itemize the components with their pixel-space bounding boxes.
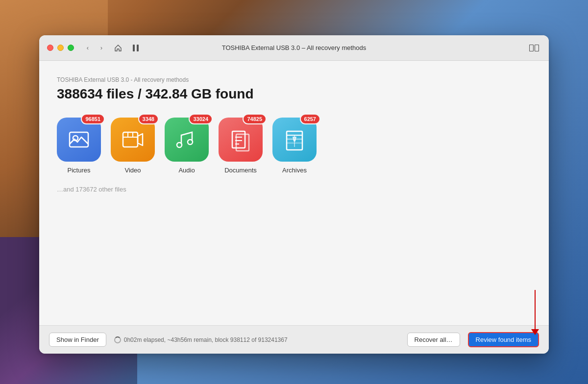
arrow-head — [531, 329, 539, 335]
maximize-button[interactable] — [68, 45, 74, 51]
svg-rect-0 — [133, 45, 135, 51]
video-icon-wrap: 3348 — [111, 118, 155, 162]
forward-button[interactable]: › — [96, 42, 107, 54]
audio-icon-wrap: 33024 — [165, 118, 209, 162]
footer: Show in Finder 0h02m elapsed, ~43h56m re… — [39, 325, 549, 354]
pictures-label: Pictures — [68, 167, 91, 174]
documents-icon-wrap: 74825 — [219, 118, 263, 162]
home-button[interactable] — [111, 41, 125, 55]
status-area: 0h02m elapsed, ~43h56m remain, block 938… — [114, 336, 399, 343]
main-title: 388634 files / 342.84 GB found — [57, 86, 531, 102]
window-title: TOSHIBA External USB 3.0 – All recovery … — [222, 44, 367, 51]
arrow-annotation — [531, 290, 539, 335]
category-archives[interactable]: 6257 Archives — [272, 118, 317, 174]
video-badge: 3348 — [138, 114, 159, 124]
pause-button[interactable] — [129, 41, 143, 55]
video-label: Video — [124, 167, 141, 174]
svg-rect-2 — [530, 45, 534, 51]
spinner-icon — [114, 336, 121, 343]
pictures-badge: 96851 — [81, 114, 105, 124]
titlebar: ‹ › TOSHIBA External USB 3.0 – All recov… — [39, 35, 549, 61]
category-documents[interactable]: 74825 Documents — [219, 118, 263, 174]
svg-rect-1 — [137, 45, 139, 51]
arrow-line — [535, 290, 536, 329]
pictures-icon-wrap: 96851 — [57, 118, 101, 162]
categories-row: 96851 Pictures 3348 — [57, 118, 531, 174]
show-finder-button[interactable]: Show in Finder — [49, 333, 106, 347]
archives-icon-wrap: 6257 — [272, 118, 317, 162]
archives-badge: 6257 — [300, 114, 320, 124]
svg-point-11 — [188, 140, 193, 144]
back-button[interactable]: ‹ — [82, 42, 94, 54]
minimize-button[interactable] — [57, 45, 64, 51]
reader-button[interactable] — [527, 41, 541, 55]
svg-point-10 — [177, 143, 182, 147]
documents-badge: 74825 — [243, 114, 267, 124]
review-button[interactable]: Review found items — [468, 332, 539, 347]
status-text: 0h02m elapsed, ~43h56m remain, block 938… — [124, 336, 288, 343]
category-video[interactable]: 3348 Video — [111, 118, 155, 174]
audio-badge: 33024 — [189, 114, 213, 124]
category-pictures[interactable]: 96851 Pictures — [57, 118, 101, 174]
other-files-text: …and 173672 other files — [57, 186, 531, 193]
nav-buttons: ‹ › — [82, 42, 107, 54]
documents-label: Documents — [224, 167, 257, 174]
archives-label: Archives — [282, 167, 307, 174]
svg-rect-3 — [535, 45, 539, 51]
audio-label: Audio — [178, 167, 195, 174]
content-area: TOSHIBA External USB 3.0 - All recovery … — [39, 61, 549, 325]
breadcrumb: TOSHIBA External USB 3.0 - All recovery … — [57, 76, 531, 83]
close-button[interactable] — [47, 45, 53, 51]
traffic-lights — [47, 45, 74, 51]
svg-rect-6 — [123, 132, 138, 147]
main-window: ‹ › TOSHIBA External USB 3.0 – All recov… — [39, 35, 549, 354]
category-audio[interactable]: 33024 Audio — [165, 118, 209, 174]
recover-button[interactable]: Recover all… — [407, 333, 460, 347]
